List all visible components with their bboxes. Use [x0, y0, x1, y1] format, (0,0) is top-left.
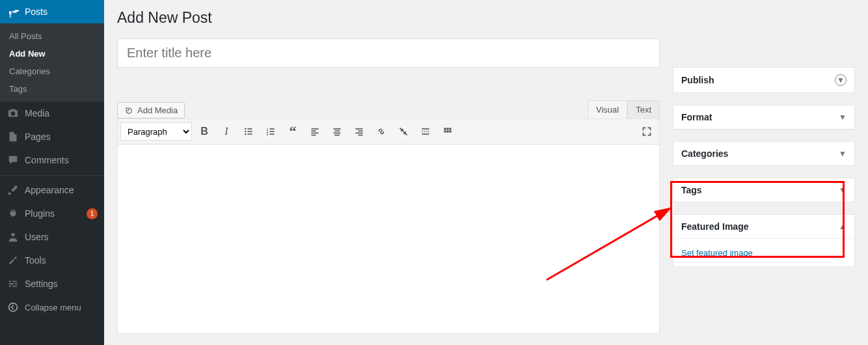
svg-rect-18: [311, 135, 316, 136]
menu-plugins[interactable]: Plugins 1: [0, 202, 104, 225]
format-box: Format ▼: [673, 105, 855, 130]
sub-add-new[interactable]: Add New: [0, 45, 104, 62]
insert-more-button[interactable]: [416, 122, 435, 141]
sub-tags[interactable]: Tags: [0, 80, 104, 98]
svg-rect-15: [311, 128, 318, 130]
align-left-button[interactable]: [305, 122, 325, 141]
featured-image-label: Featured Image: [681, 221, 748, 232]
editor-body[interactable]: [118, 145, 659, 333]
svg-rect-17: [311, 133, 318, 134]
svg-rect-16: [311, 130, 316, 131]
fullscreen-button[interactable]: [637, 122, 657, 141]
caret-up-icon: ▲: [839, 222, 847, 231]
categories-label: Categories: [681, 148, 728, 159]
collapse-icon: [7, 301, 20, 314]
menu-users-label: Users: [25, 232, 98, 242]
camera-icon: [7, 107, 20, 120]
caret-down-icon: ▼: [839, 149, 847, 158]
categories-box: Categories ▼: [673, 141, 855, 166]
sliders-icon: [7, 277, 20, 290]
tags-box-header[interactable]: Tags ▼: [673, 178, 854, 202]
menu-posts[interactable]: Posts: [0, 0, 104, 23]
collapse-menu[interactable]: Collapse menu: [0, 296, 104, 319]
svg-rect-26: [358, 135, 362, 136]
svg-rect-33: [444, 130, 446, 132]
plug-icon: [7, 207, 20, 220]
svg-point-7: [245, 133, 246, 135]
editor: Paragraph B I 123 “: [117, 118, 660, 334]
svg-rect-19: [333, 128, 340, 130]
menu-comments-label: Comments: [25, 155, 98, 165]
categories-box-header[interactable]: Categories ▼: [673, 142, 854, 165]
svg-rect-12: [269, 131, 274, 132]
publish-box-header[interactable]: Publish ▼: [673, 68, 854, 92]
svg-rect-21: [333, 133, 340, 134]
menu-posts-label: Posts: [25, 7, 98, 17]
unlink-button[interactable]: [394, 122, 413, 141]
editor-column: Add Media Visual Text Paragraph B I: [117, 38, 660, 334]
toolbar-toggle-button[interactable]: [438, 122, 457, 141]
page-icon: [7, 130, 20, 143]
svg-rect-34: [446, 130, 448, 132]
align-right-button[interactable]: [349, 122, 369, 141]
main-content: Add New Post Add Media Visual Text: [104, 0, 868, 345]
svg-point-2: [126, 107, 129, 110]
featured-image-header[interactable]: Featured Image ▲: [673, 215, 854, 238]
menu-users[interactable]: Users: [0, 225, 104, 249]
publish-label: Publish: [681, 75, 714, 85]
admin-sidebar: Posts All Posts Add New Categories Tags …: [0, 0, 104, 345]
numbered-list-button[interactable]: 123: [261, 122, 280, 141]
post-title-input[interactable]: [117, 38, 660, 68]
svg-rect-28: [422, 131, 429, 132]
page-title: Add New Post: [117, 9, 855, 27]
svg-rect-32: [449, 128, 451, 130]
svg-rect-4: [247, 128, 252, 130]
menu-settings-label: Settings: [25, 279, 98, 289]
svg-rect-23: [355, 128, 362, 130]
menu-tools-label: Tools: [25, 255, 98, 266]
sub-all-posts[interactable]: All Posts: [0, 27, 104, 45]
comment-icon: [7, 154, 20, 167]
svg-rect-8: [247, 133, 252, 135]
menu-pages-label: Pages: [25, 131, 98, 142]
tab-text[interactable]: Text: [627, 100, 660, 118]
svg-text:3: 3: [267, 133, 269, 136]
sub-categories[interactable]: Categories: [0, 62, 104, 80]
menu-tools[interactable]: Tools: [0, 249, 104, 272]
user-icon: [7, 230, 20, 243]
menu-plugins-label: Plugins: [25, 208, 83, 219]
menu-comments[interactable]: Comments: [0, 148, 104, 172]
menu-appearance[interactable]: Appearance: [0, 178, 104, 202]
svg-point-5: [245, 131, 246, 132]
italic-button[interactable]: I: [217, 122, 236, 141]
svg-rect-29: [422, 133, 429, 135]
sidebar-right: Publish ▼ Format ▼ Categories ▼ Tags: [673, 38, 855, 334]
blockquote-button[interactable]: “: [283, 122, 303, 141]
set-featured-image-link[interactable]: Set featured image: [681, 248, 753, 258]
svg-rect-35: [449, 130, 451, 132]
wrench-icon: [7, 254, 20, 267]
menu-media[interactable]: Media: [0, 102, 104, 125]
add-media-label: Add Media: [137, 105, 178, 115]
link-button[interactable]: [372, 122, 391, 141]
bullet-list-button[interactable]: [239, 122, 258, 141]
pushpin-icon: [7, 5, 20, 18]
svg-rect-24: [358, 130, 362, 131]
bold-button[interactable]: B: [195, 122, 214, 141]
tab-visual[interactable]: Visual: [588, 100, 627, 118]
format-select[interactable]: Paragraph: [120, 122, 192, 141]
tags-label: Tags: [681, 185, 702, 195]
svg-rect-31: [446, 128, 448, 130]
brush-icon: [7, 184, 20, 197]
svg-rect-25: [355, 133, 362, 134]
format-box-header[interactable]: Format ▼: [673, 105, 854, 129]
tags-box: Tags ▼: [673, 178, 855, 202]
menu-settings[interactable]: Settings: [0, 272, 104, 296]
menu-pages[interactable]: Pages: [0, 125, 104, 148]
align-center-button[interactable]: [327, 122, 347, 141]
add-media-button[interactable]: Add Media: [117, 102, 185, 118]
collapse-label: Collapse menu: [25, 303, 81, 312]
svg-rect-27: [422, 128, 429, 130]
svg-rect-22: [334, 135, 340, 136]
svg-rect-20: [334, 130, 340, 131]
